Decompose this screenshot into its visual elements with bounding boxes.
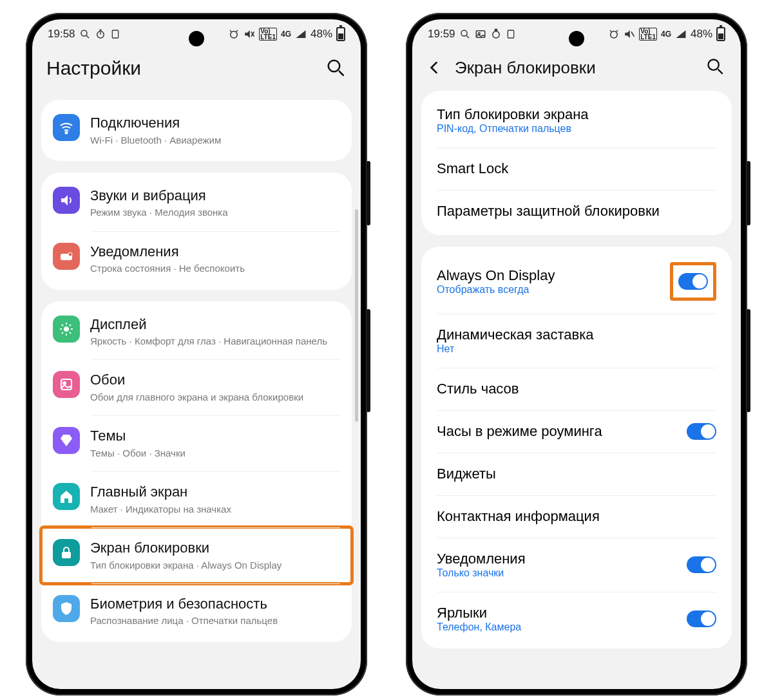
setting-row[interactable]: Контактная информация	[421, 495, 732, 538]
row-subtitle: Wi-Fi · Bluetooth · Авиарежим	[90, 134, 340, 147]
settings-list[interactable]: ПодключенияWi-Fi · Bluetooth · Авиарежим…	[32, 100, 361, 642]
row-title: Ярлыки	[437, 605, 687, 621]
row-title: Темы	[90, 427, 340, 446]
home-icon	[53, 483, 80, 510]
svg-line-25	[70, 332, 71, 334]
row-subtitle: PIN-код, Отпечатки пальцев	[437, 123, 716, 135]
toggle-switch[interactable]	[678, 273, 708, 290]
svg-point-29	[63, 382, 66, 384]
row-title: Параметры защитной блокировки	[437, 203, 716, 220]
stopwatch-icon	[490, 28, 502, 40]
network-icon: 4G	[281, 30, 291, 39]
network-icon: 4G	[661, 30, 671, 39]
svg-point-18	[68, 252, 72, 256]
row-title: Подключения	[90, 114, 340, 133]
row-title: Главный экран	[90, 483, 340, 502]
svg-point-19	[64, 326, 69, 332]
svg-point-44	[709, 60, 719, 70]
signal-icon	[295, 28, 307, 40]
setting-row[interactable]: Виджеты	[421, 453, 732, 495]
row-subtitle: Макет · Индикаторы на значках	[90, 503, 340, 516]
row-subtitle: Яркость · Комфорт для глаз · Навигационн…	[90, 335, 340, 348]
svg-rect-3	[99, 29, 101, 30]
svg-line-40	[616, 30, 618, 32]
camera-hole	[189, 31, 204, 46]
settings-row-home[interactable]: Главный экранМакет · Индикаторы на значк…	[41, 471, 352, 527]
lockscreen-settings-list[interactable]: Тип блокировки экранаPIN-код, Отпечатки …	[412, 91, 741, 648]
setting-row[interactable]: Тип блокировки экранаPIN-код, Отпечатки …	[421, 93, 732, 147]
settings-group: ПодключенияWi-Fi · Bluetooth · Авиарежим	[41, 100, 352, 161]
search-icon	[459, 28, 471, 40]
search-button[interactable]	[326, 58, 347, 79]
row-title: Always On Display	[437, 267, 665, 284]
row-title: Динамическая заставка	[437, 326, 716, 343]
setting-row[interactable]: Always On DisplayОтображать всегда	[421, 249, 732, 314]
settings-group: Тип блокировки экранаPIN-код, Отпечатки …	[421, 91, 732, 235]
mute-icon	[243, 28, 255, 40]
scrollbar[interactable]	[355, 209, 358, 422]
svg-rect-37	[508, 30, 513, 38]
setting-row[interactable]: ЯрлыкиТелефон, Камера	[421, 592, 732, 646]
svg-rect-28	[61, 379, 72, 390]
stopwatch-icon	[95, 28, 106, 40]
row-subtitle: Распознавание лица · Отпечатки пальцев	[90, 614, 340, 627]
row-title: Стиль часов	[437, 381, 716, 397]
signal-icon	[675, 28, 687, 40]
settings-row-shield[interactable]: Биометрия и безопасностьРаспознавание ли…	[41, 583, 352, 639]
sound-icon	[53, 187, 80, 214]
svg-line-32	[466, 35, 469, 38]
settings-group: Звуки и вибрацияРежим звука · Мелодия зв…	[41, 173, 352, 290]
shield-icon	[53, 595, 80, 622]
settings-row-wall[interactable]: ОбоиОбои для главного экрана и экрана бл…	[41, 359, 352, 415]
row-title: Звуки и вибрация	[90, 187, 340, 205]
toggle-switch[interactable]	[687, 423, 716, 440]
svg-line-26	[70, 325, 71, 326]
svg-point-15	[66, 132, 68, 134]
search-button[interactable]	[706, 57, 727, 78]
search-icon	[79, 28, 91, 40]
mute-icon	[624, 28, 635, 40]
settings-row-notif[interactable]: УведомленияСтрока состояния · Не беспоко…	[41, 231, 352, 287]
row-title: Часы в режиме роуминга	[437, 423, 687, 440]
row-title: Биометрия и безопасность	[90, 595, 340, 614]
svg-marker-41	[625, 30, 630, 38]
side-button	[747, 161, 750, 225]
svg-point-35	[492, 31, 499, 38]
setting-row[interactable]: УведомленияТолько значки	[421, 538, 732, 592]
row-subtitle: Нет	[437, 343, 716, 355]
svg-line-45	[718, 70, 723, 74]
header: Экран блокировки	[412, 48, 741, 91]
svg-rect-36	[495, 29, 497, 30]
settings-row-display[interactable]: ДисплейЯркость · Комфорт для глаз · Нави…	[41, 304, 352, 360]
setting-row[interactable]: Часы в режиме роуминга	[421, 410, 732, 453]
notif-icon	[53, 243, 80, 270]
battery-icon	[336, 27, 345, 41]
settings-row-wifi[interactable]: ПодключенияWi-Fi · Bluetooth · Авиарежим	[41, 102, 352, 158]
settings-group: ДисплейЯркость · Комфорт для глаз · Нави…	[41, 301, 352, 642]
clock: 19:58	[48, 28, 75, 41]
camera-hole	[569, 31, 584, 46]
row-title: Тип блокировки экрана	[437, 106, 716, 123]
setting-row[interactable]: Параметры защитной блокировки	[421, 190, 732, 232]
settings-row-sound[interactable]: Звуки и вибрацияРежим звука · Мелодия зв…	[41, 175, 352, 231]
alarm-icon	[608, 28, 620, 40]
svg-line-42	[631, 32, 635, 37]
back-button[interactable]	[426, 59, 450, 76]
toggle-switch[interactable]	[687, 556, 716, 573]
volte-icon: Vo)LTE1	[259, 28, 277, 41]
setting-row[interactable]: Стиль часов	[421, 368, 732, 410]
svg-rect-30	[62, 552, 71, 558]
setting-row[interactable]: Smart Lock	[421, 147, 732, 190]
settings-row-themes[interactable]: ТемыТемы · Обои · Значки	[41, 415, 352, 471]
svg-point-13	[329, 61, 340, 72]
settings-row-lock[interactable]: Экран блокировкиТип блокировки экрана · …	[41, 527, 352, 583]
battery-pct: 48%	[691, 28, 712, 41]
row-title: Обои	[90, 371, 340, 390]
toggle-switch[interactable]	[687, 610, 716, 627]
row-subtitle: Режим звука · Мелодия звонка	[90, 206, 340, 219]
side-button	[747, 309, 750, 412]
setting-row[interactable]: Динамическая заставкаНет	[421, 314, 732, 368]
device-icon	[110, 29, 120, 39]
row-title: Контактная информация	[437, 508, 716, 525]
wall-icon	[53, 371, 80, 398]
